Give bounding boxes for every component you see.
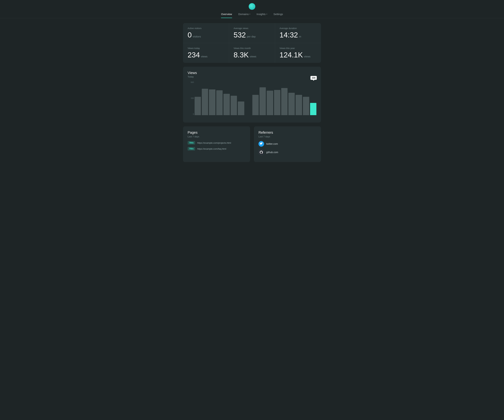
- chart-bar: [231, 96, 237, 115]
- bottom-grid: Pages Last 7 days 784x https://example.c…: [183, 126, 321, 162]
- pages-subtitle: Last 7 days: [188, 135, 246, 138]
- page-count-badge: 750x: [188, 147, 195, 150]
- chart-bars: 234: [195, 81, 316, 115]
- chart-bar-col: [231, 81, 237, 115]
- referrers-list: twitter.com github.com: [258, 141, 316, 155]
- main-content: Active visitors 0 visitors Average views…: [180, 18, 324, 167]
- page-item: 784x https://example.com/projects.html: [188, 141, 246, 144]
- chart-bar-col: [281, 81, 288, 115]
- chart-bar: [238, 102, 244, 115]
- chart-bar: [202, 89, 208, 115]
- nav-link-insights[interactable]: Insights ▾: [257, 12, 267, 18]
- chart-tooltip: 234: [311, 76, 317, 80]
- chart-bar: [259, 87, 266, 115]
- chart-bar: [216, 90, 223, 115]
- chevron-down-icon: ▾: [249, 13, 250, 15]
- referrer-name: twitter.com: [266, 143, 278, 145]
- chart-bar-col: [296, 81, 302, 115]
- chart-bar-col: [209, 81, 215, 115]
- chart-bar-col: [274, 81, 280, 115]
- app-logo: [249, 3, 255, 10]
- referrer-icon-github: [258, 150, 264, 155]
- chart-bar: [267, 91, 273, 115]
- chart-bar: [281, 88, 288, 115]
- referrer-icon-twitter: [258, 141, 264, 147]
- chart-bar: [195, 97, 201, 115]
- chart-bar-col: [238, 81, 244, 115]
- chart-bar: [274, 90, 280, 115]
- chart-bar-col: [288, 81, 295, 115]
- page-count-badge: 784x: [188, 141, 195, 144]
- page-item: 750x https://example.com/faq.html: [188, 147, 246, 150]
- chart-bar: [223, 94, 230, 115]
- stat-average-duration: Average duration 14:32 m: [275, 23, 321, 43]
- nav-link-settings[interactable]: Settings: [274, 12, 283, 18]
- chart-bar-col: [195, 81, 201, 115]
- chart-bar-col: 234: [310, 81, 316, 115]
- chart-bar-col: [259, 81, 266, 115]
- chart-bar-col: [223, 81, 230, 115]
- page-url: https://example.com/faq.html: [197, 148, 226, 150]
- page-url: https://example.com/projects.html: [197, 142, 231, 144]
- chart-title: Views: [188, 71, 316, 75]
- stat-average-views: Average views 532 per day: [229, 23, 275, 43]
- referrers-title: Referrers: [258, 131, 316, 135]
- chevron-down-icon: ▾: [266, 13, 267, 15]
- navigation: Overview Domains ▾ Insights ▾ Settings: [0, 0, 504, 18]
- chart-bar: [252, 95, 259, 115]
- chart-bar-col: [245, 81, 252, 115]
- stat-views-year: Views this year 124.1K views: [275, 43, 321, 63]
- chart-bar: [209, 90, 215, 115]
- chart-bar-col: [303, 81, 309, 115]
- stat-active-visitors: Active visitors 0 visitors: [183, 23, 229, 43]
- pages-list: 784x https://example.com/projects.html 7…: [188, 141, 246, 150]
- referrers-subtitle: Last 7 days: [258, 135, 316, 138]
- chart-area: 660 330 0 234: [188, 81, 316, 120]
- nav-link-domains[interactable]: Domains ▾: [238, 12, 250, 18]
- stat-views-today: Views today 234 views: [183, 43, 229, 63]
- chart-bar-col: [267, 81, 273, 115]
- referrer-item: github.com: [258, 150, 316, 155]
- pages-title: Pages: [188, 131, 246, 135]
- chart-bar-col: [216, 81, 223, 115]
- chart-y-labels: 660 330 0: [188, 81, 194, 120]
- referrer-item: twitter.com: [258, 141, 316, 147]
- views-chart-card: Views Today 660 330 0 234: [183, 67, 321, 122]
- nav-link-overview[interactable]: Overview: [221, 12, 232, 18]
- pages-card: Pages Last 7 days 784x https://example.c…: [183, 126, 250, 162]
- chart-bar: [288, 93, 295, 115]
- chart-bar-col: [202, 81, 208, 115]
- chart-bar-col: [252, 81, 259, 115]
- nav-links: Overview Domains ▾ Insights ▾ Settings: [221, 12, 283, 18]
- stat-views-month: Views this month 8.3K views: [229, 43, 275, 63]
- chart-bar: [303, 97, 309, 115]
- chart-subtitle: Today: [188, 75, 316, 78]
- chart-bar-accent: [310, 103, 316, 115]
- referrers-card: Referrers Last 7 days twitter.com github…: [254, 126, 321, 162]
- referrer-name: github.com: [266, 151, 278, 154]
- chart-bar: [296, 95, 302, 115]
- stats-card: Active visitors 0 visitors Average views…: [183, 23, 321, 63]
